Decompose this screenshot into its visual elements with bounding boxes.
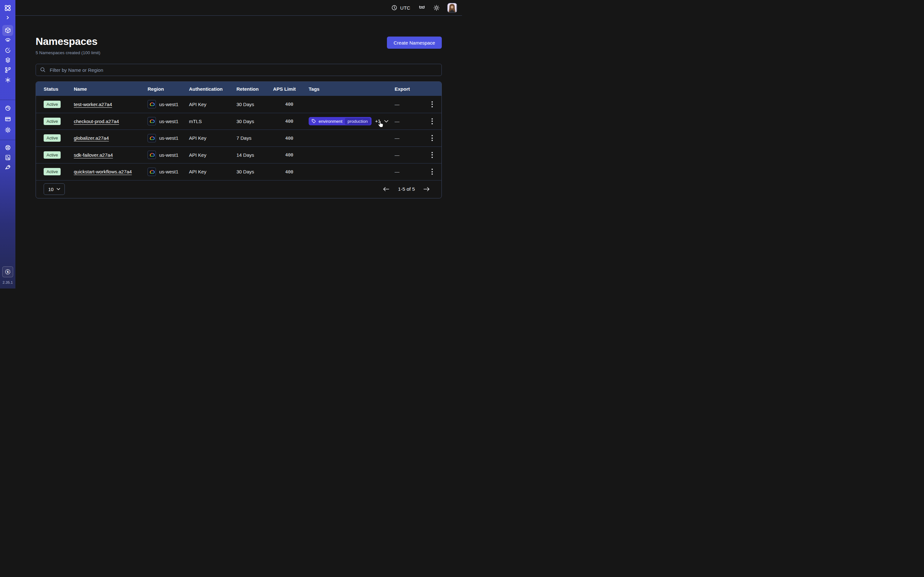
column-header-tags: Tags <box>309 86 395 92</box>
sidebar-divider <box>0 100 15 100</box>
sidebar-nav-account <box>0 103 15 135</box>
tag-chip[interactable]: environment production <box>309 117 372 125</box>
auth-method: API Key <box>189 102 236 107</box>
sidebar-item-schedules[interactable] <box>0 45 15 55</box>
export-value: — <box>395 152 428 158</box>
sidebar-item-usage[interactable] <box>0 103 15 113</box>
row-menu-button[interactable] <box>428 133 436 143</box>
theme-toggle-button[interactable] <box>433 5 439 11</box>
retention-value: 30 Days <box>236 119 273 124</box>
google-cloud-icon <box>148 151 156 159</box>
clock-icon <box>391 5 397 11</box>
filter-input[interactable] <box>36 64 442 76</box>
row-menu-button[interactable] <box>428 150 436 160</box>
row-menu-button[interactable] <box>428 167 436 177</box>
table-row: Active test-worker.a27a4 us-west1 API Ke… <box>36 96 441 113</box>
auth-method: API Key <box>189 169 236 174</box>
filter-row <box>36 64 442 76</box>
next-page-button[interactable] <box>423 187 430 192</box>
column-header-export: Export <box>395 86 428 92</box>
column-header-retention: Retention <box>236 86 273 92</box>
topbar: UTC <box>15 0 462 16</box>
temporal-logo <box>3 4 12 12</box>
previous-page-button[interactable] <box>383 187 389 192</box>
retention-value: 30 Days <box>236 169 273 174</box>
auth-method: API Key <box>189 152 236 158</box>
sidebar-item-monitor[interactable] <box>0 35 15 45</box>
sidebar-item-settings[interactable] <box>0 124 15 135</box>
page-subtitle: 5 Namespaces created (100 limit) <box>36 50 100 55</box>
sidebar-item-deployments[interactable] <box>0 55 15 65</box>
glasses-icon <box>418 5 425 11</box>
aps-limit-value: 400 <box>273 135 309 141</box>
table-row: Active globalizer.a27a4 us-west1 API Key… <box>36 129 441 147</box>
pagination-range: 1-5 of 5 <box>398 186 415 192</box>
page-title-block: Namespaces 5 Namespaces created (100 lim… <box>36 35 100 55</box>
sidebar-item-nexus[interactable] <box>0 65 15 75</box>
auth-method: mTLS <box>189 119 236 124</box>
layers-icon <box>5 57 11 63</box>
timezone-label: UTC <box>400 5 410 11</box>
user-avatar[interactable] <box>447 3 457 13</box>
credit-card-icon <box>5 116 11 122</box>
sidebar-expand-button[interactable] <box>5 15 10 20</box>
row-menu-button[interactable] <box>428 99 436 109</box>
pagination: 1-5 of 5 <box>383 186 430 192</box>
table-header-row: Status Name Region Authentication Retent… <box>36 82 441 96</box>
namespace-link[interactable]: test-worker.a27a4 <box>74 102 112 107</box>
sidebar-item-billing[interactable] <box>0 113 15 124</box>
column-header-authentication: Authentication <box>189 86 236 92</box>
google-cloud-icon <box>148 100 156 108</box>
rocket-icon <box>5 164 11 171</box>
tag-icon <box>312 119 316 123</box>
sidebar-item-batch[interactable] <box>0 75 15 85</box>
page-size-value: 10 <box>48 187 53 192</box>
region-label: us-west1 <box>159 169 178 174</box>
auth-method: API Key <box>189 135 236 141</box>
aps-limit-value: 400 <box>273 119 309 124</box>
google-cloud-icon <box>148 168 156 176</box>
sidebar-item-namespaces[interactable] <box>0 25 15 35</box>
sidebar-plan-button[interactable]: $ <box>2 266 13 277</box>
dollar-badge-icon: $ <box>5 269 11 275</box>
table-row: Active checkout-prod.a27a4 us-west1 mTLS… <box>36 113 441 130</box>
book-sparkle-icon <box>5 155 11 161</box>
search-icon <box>40 67 45 73</box>
app-version: 2.35.1 <box>3 280 13 284</box>
export-value: — <box>395 119 428 124</box>
page-header: Namespaces 5 Namespaces created (100 lim… <box>36 35 442 55</box>
sidebar-item-docs[interactable] <box>0 153 15 163</box>
sidebar-item-get-started[interactable] <box>0 163 15 172</box>
table-footer: 10 1-5 of 5 <box>36 180 441 198</box>
namespaces-cube-icon <box>5 27 11 33</box>
main-content: Namespaces 5 Namespaces created (100 lim… <box>15 16 462 288</box>
aps-limit-value: 400 <box>273 102 309 107</box>
gear-icon <box>5 127 11 133</box>
aps-limit-value: 400 <box>273 152 309 157</box>
namespace-link[interactable]: checkout-prod.a27a4 <box>74 119 119 124</box>
column-header-name: Name <box>74 86 148 92</box>
branch-icon <box>5 67 11 73</box>
retention-value: 14 Days <box>236 152 273 158</box>
namespace-link[interactable]: sdk-failover.a27a4 <box>74 152 113 158</box>
page-size-select[interactable]: 10 <box>44 183 65 195</box>
aps-limit-value: 400 <box>273 169 309 174</box>
chevron-down-icon[interactable] <box>384 120 389 123</box>
namespace-link[interactable]: globalizer.a27a4 <box>74 135 109 141</box>
export-value: — <box>395 169 428 174</box>
chevron-down-icon <box>57 188 60 190</box>
column-header-region: Region <box>148 86 189 92</box>
gauge-icon <box>5 105 11 111</box>
region-label: us-west1 <box>159 135 178 141</box>
region-label: us-west1 <box>159 119 178 124</box>
page-title: Namespaces <box>36 35 100 47</box>
sidebar-divider <box>0 140 15 140</box>
timezone-button[interactable]: UTC <box>391 5 410 11</box>
row-menu-button[interactable] <box>428 116 436 126</box>
tags-more-count: +1 <box>375 119 381 124</box>
column-header-aps-limit: APS Limit <box>273 86 309 92</box>
create-namespace-button[interactable]: Create Namespace <box>387 37 442 49</box>
namespace-link[interactable]: quickstart-workflows.a27a4 <box>74 169 132 174</box>
sidebar-item-support[interactable] <box>0 143 15 153</box>
accessibility-button[interactable] <box>418 5 425 11</box>
